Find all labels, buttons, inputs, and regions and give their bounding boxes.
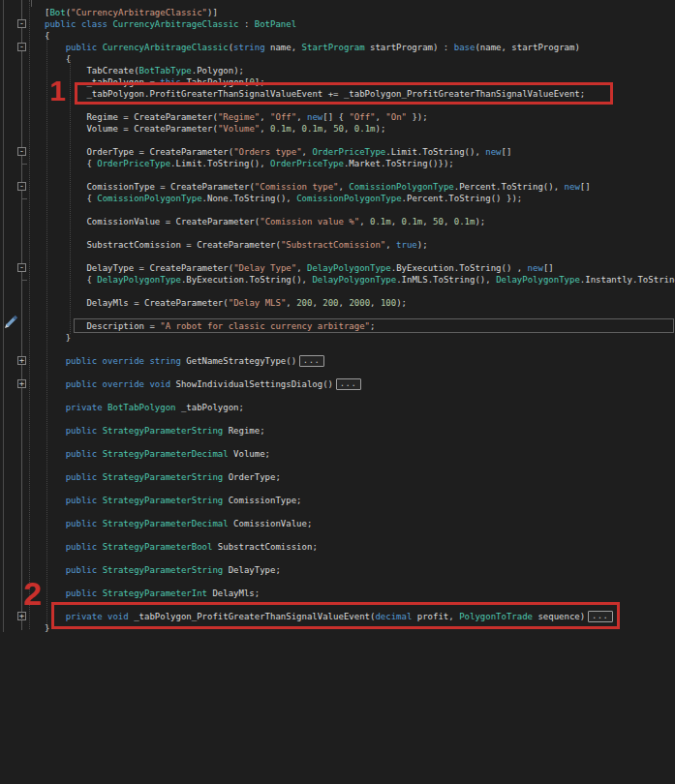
code-token: CurrencyArbitrageClassic xyxy=(112,19,238,29)
annotation-box-2 xyxy=(51,602,620,629)
code-line: ComissionValue = CreateParameter("Comiss… xyxy=(0,216,675,227)
code-token: (), xyxy=(465,147,486,157)
code-token: OrderPriceType xyxy=(312,147,385,157)
code-token: SubstractComission xyxy=(86,240,186,250)
code-line: private BotTabPolygon _tabPolygon; xyxy=(0,402,675,413)
annotation-box-1 xyxy=(75,82,613,105)
code-token: = xyxy=(123,124,134,134)
code-line xyxy=(0,309,675,320)
code-token: startProgram xyxy=(511,43,574,52)
fold-expand-marker[interactable]: + xyxy=(17,356,26,365)
code-token: "Delay Type" xyxy=(233,263,296,273)
code-token: , xyxy=(502,43,512,52)
code-token: 100 xyxy=(381,298,396,308)
collapsed-region-chip[interactable]: ... xyxy=(299,355,323,367)
code-token: 0.1m xyxy=(270,124,291,134)
code-token: { xyxy=(86,194,97,203)
code-token: StartProgram xyxy=(302,43,365,52)
code-token: ToString xyxy=(448,194,490,203)
code-token: = xyxy=(149,321,160,331)
code-token: Percent xyxy=(407,194,444,203)
code-token: Instantly xyxy=(585,275,632,285)
code-line: Description = "A robot for classic curre… xyxy=(0,320,675,332)
code-line: { xyxy=(0,53,675,65)
code-token: DelayMls xyxy=(86,298,134,308)
fold-collapse-marker[interactable]: - xyxy=(17,147,26,156)
fold-collapse-marker[interactable]: - xyxy=(17,182,26,191)
fold-collapse-marker[interactable]: - xyxy=(17,43,26,51)
code-token: 200 xyxy=(296,298,312,308)
code-line: { DelayPolygonType.ByExecution.ToString(… xyxy=(0,274,675,286)
code-token: ToString xyxy=(385,159,427,168)
code-token: )] xyxy=(207,8,218,17)
code-token: new xyxy=(528,263,543,273)
code-token: "Comission type" xyxy=(255,182,339,192)
code-token: ByExecution xyxy=(396,263,454,273)
fold-collapse-marker[interactable]: - xyxy=(17,263,26,272)
collapsed-region-chip[interactable]: ... xyxy=(336,378,360,390)
code-line: OrderType = CreateParameter("Orders type… xyxy=(0,146,675,158)
code-token: ToString xyxy=(207,159,249,168)
code-token: } xyxy=(66,333,71,343)
code-token: , xyxy=(391,217,402,226)
code-token: } xyxy=(45,623,49,633)
code-line xyxy=(0,169,675,181)
code-line: public StrategyParameterDecimal Comissio… xyxy=(0,518,675,529)
code-token: StrategyParameterString xyxy=(103,472,224,482)
code-token: OrderPriceType xyxy=(270,159,344,168)
code-token: CurrencyArbitrageClassic xyxy=(103,43,229,52)
code-token: 200 xyxy=(322,298,338,308)
code-token: (), xyxy=(475,275,496,285)
code-token: [] xyxy=(580,182,591,192)
fold-collapse-marker[interactable]: - xyxy=(17,19,26,28)
code-token: ; xyxy=(265,449,270,459)
code-token: CreateParameter xyxy=(170,182,249,192)
code-line xyxy=(0,227,675,239)
code-token: startProgram xyxy=(365,43,433,52)
code-token: , xyxy=(339,182,350,192)
code-token: , xyxy=(344,124,354,134)
code-token: public override void xyxy=(66,379,176,389)
code-token: CreateParameter xyxy=(134,124,212,134)
code-line: public StrategyParameterString Regime; xyxy=(0,425,675,437)
code-token: ToString xyxy=(422,147,464,157)
code-token: , xyxy=(444,217,454,226)
code-token: private xyxy=(66,403,107,412)
code-token: ); xyxy=(475,217,485,226)
code-token: ); xyxy=(417,240,428,250)
code-token: , xyxy=(260,124,270,134)
code-line: Regime = CreateParameter("Regime", "Off"… xyxy=(0,111,675,123)
code-token: GetNameStrategyType xyxy=(186,356,286,366)
code-editor: [Bot("CurrencyArbitrageClassic")]public … xyxy=(0,0,675,784)
code-line: public StrategyParameterDecimal Volume; xyxy=(0,448,675,460)
code-token: () }); xyxy=(491,194,523,203)
code-line xyxy=(0,204,675,216)
code-token: ; xyxy=(312,542,317,552)
code-token: CreateParameter xyxy=(149,147,228,157)
code-token: () xyxy=(286,356,296,366)
code-token: "Comission value %" xyxy=(260,217,359,226)
code-token: Regime xyxy=(86,112,123,122)
code-token: CreateParameter xyxy=(197,240,275,250)
code-token: { xyxy=(66,54,71,64)
code-token: ComissionPolygonType xyxy=(296,194,401,203)
code-token: { xyxy=(45,31,49,41)
fold-expand-marker[interactable]: + xyxy=(17,612,26,620)
code-token: ComissionValue xyxy=(229,519,307,528)
fold-expand-marker[interactable]: + xyxy=(17,379,26,388)
code-token: DelayPolygonType xyxy=(312,275,396,285)
code-token: DelayType xyxy=(223,565,275,575)
code-token: 0.1m xyxy=(302,124,323,134)
code-token: 0.1m xyxy=(370,217,391,226)
code-token: DelayPolygonType xyxy=(307,263,391,273)
code-token: ShowIndividualSettingsDialog xyxy=(175,379,322,389)
code-token: ; xyxy=(275,472,280,482)
code-token: ; xyxy=(296,496,301,505)
code-token: = xyxy=(186,240,197,250)
gutter-stub-line xyxy=(31,0,32,7)
code-token: = xyxy=(166,217,176,226)
code-token: string xyxy=(233,43,265,52)
code-token: }); xyxy=(407,112,428,122)
code-token: StrategyParameterInt xyxy=(103,588,207,598)
code-token: CreateParameter xyxy=(144,298,223,308)
